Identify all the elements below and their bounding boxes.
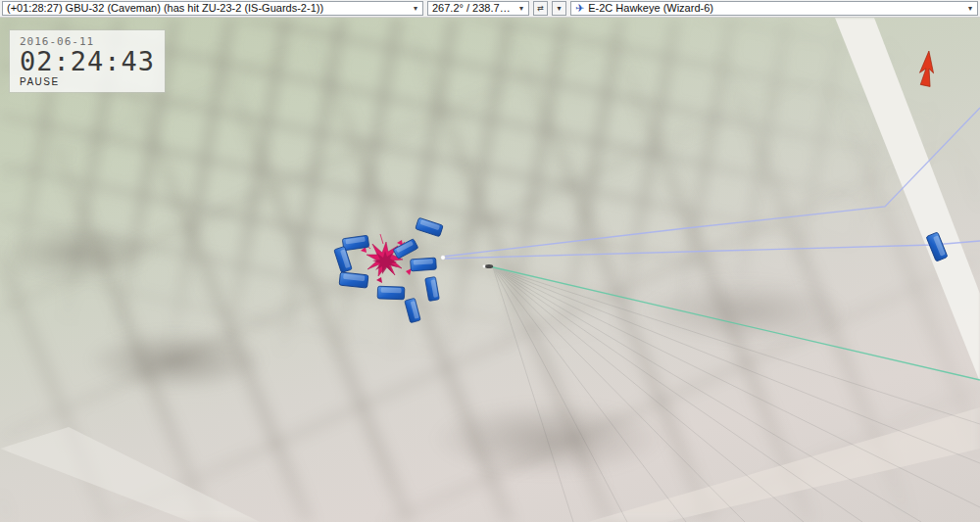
blue-vehicle[interactable]	[334, 246, 352, 272]
event-selector[interactable]: (+01:28:27) GBU-32 (Caveman) (has hit ZU…	[2, 1, 423, 16]
chevron-down-icon[interactable]: ▾	[409, 4, 422, 13]
compass-north-arrow	[918, 50, 936, 86]
blue-vehicle[interactable]	[416, 217, 443, 236]
swap-selection-button[interactable]: ⇄	[533, 1, 548, 16]
blue-vehicle[interactable]	[425, 277, 440, 302]
blue-vehicle[interactable]	[405, 298, 420, 322]
tacview-window: (+01:28:27) GBU-32 (Caveman) (has hit ZU…	[0, 0, 980, 522]
map-objects-overlay	[0, 18, 980, 522]
track-line	[443, 241, 980, 259]
blue-vehicle[interactable]	[339, 272, 368, 288]
impact-point-marker[interactable]	[441, 256, 446, 261]
blue-vehicle[interactable]	[411, 258, 437, 271]
map-viewport[interactable]: 2016-06-11 02:24:43 PAUSE	[0, 18, 980, 522]
chevron-down-icon[interactable]: ▾	[963, 4, 977, 13]
blue-vehicle[interactable]	[926, 232, 948, 261]
toolbar: (+01:28:27) GBU-32 (Caveman) (has hit ZU…	[0, 0, 980, 18]
selection-dropdown-button[interactable]: ▾	[552, 1, 566, 16]
blue-vehicle[interactable]	[393, 239, 418, 260]
playback-status: PAUSE	[20, 76, 155, 87]
sensor-line	[489, 266, 980, 380]
bearing-range-readout[interactable]: 267.2° / 238.78 nm ▾	[427, 1, 529, 16]
object-selector[interactable]: ✈ E-2C Hawkeye (Wizard-6) ▾	[570, 1, 978, 16]
swap-icon: ⇄	[537, 4, 544, 13]
object-selector-value: E-2C Hawkeye (Wizard-6)	[584, 2, 963, 15]
track-line	[443, 108, 980, 257]
chevron-down-icon[interactable]: ▾	[514, 4, 528, 13]
aircraft-icon: ✈	[571, 2, 584, 15]
time-label: 02:24:43	[20, 48, 155, 75]
event-selector-value: (+01:28:27) GBU-32 (Caveman) (has hit ZU…	[3, 2, 409, 15]
selected-aircraft-marker[interactable]	[483, 264, 494, 268]
sensor-fan	[493, 267, 980, 522]
time-display: 2016-06-11 02:24:43 PAUSE	[10, 30, 165, 92]
bearing-range-value: 267.2° / 238.78 nm	[428, 2, 514, 15]
chevron-down-icon: ▾	[557, 4, 561, 13]
blue-vehicle[interactable]	[377, 286, 405, 300]
